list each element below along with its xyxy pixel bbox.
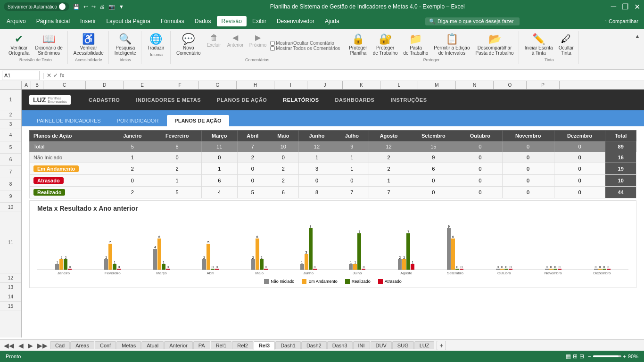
at-fev[interactable]: 1 (153, 175, 201, 187)
total-jul[interactable]: 9 (335, 141, 369, 152)
label-atrasado[interactable]: Atrasado (30, 175, 112, 187)
re-dez[interactable]: 0 (554, 187, 605, 198)
total-set[interactable]: 15 (409, 141, 458, 152)
autosave-toggle[interactable]: Salvamento Automático (4, 2, 69, 11)
restore-button[interactable]: ❐ (622, 2, 628, 11)
menu-desenvolvedor[interactable]: Desenvolvedor (272, 16, 319, 26)
ni-out[interactable]: 0 (458, 152, 502, 163)
close-button[interactable]: ✕ (634, 2, 640, 11)
col-header-o[interactable]: O (494, 81, 527, 89)
ea-jun[interactable]: 3 (298, 163, 335, 175)
re-set[interactable]: 0 (409, 187, 458, 198)
at-dez[interactable]: 0 (554, 175, 605, 187)
row-num-2[interactable]: 2 (0, 110, 21, 120)
ocultar-tinta-button[interactable]: 🖊 OcultarTinta (557, 33, 576, 57)
ni-mar[interactable]: 0 (201, 152, 237, 163)
row-num-14[interactable]: 14 (0, 292, 21, 302)
formula-input[interactable] (66, 72, 642, 79)
row-num-6[interactable]: 6 (0, 154, 21, 166)
ea-abr[interactable]: 0 (237, 163, 268, 175)
proximo-button[interactable]: ▶ Próximo (248, 33, 269, 57)
sheet-atual[interactable]: Atual (141, 341, 164, 349)
proteger-pasta-button[interactable]: 🔐 Protegerde Trabalho (371, 33, 400, 57)
re-jul[interactable]: 7 (335, 187, 369, 198)
col-header-k[interactable]: K (343, 81, 380, 89)
sheet-dash2[interactable]: Dash2 (301, 341, 327, 349)
at-jun[interactable]: 0 (298, 175, 335, 187)
re-fev[interactable]: 5 (153, 187, 201, 198)
row-num-15[interactable]: 15 (0, 302, 21, 311)
at-set[interactable]: 0 (409, 175, 458, 187)
mostrar-ocultar-check[interactable]: Mostrar/Ocultar Comentário (270, 41, 340, 46)
ni-total[interactable]: 16 (605, 152, 636, 163)
re-jan[interactable]: 2 (112, 187, 153, 198)
row-num-8[interactable]: 8 (0, 178, 21, 190)
row-num-12[interactable]: 12 (0, 273, 21, 283)
verificar-ortografia-button[interactable]: ✔ VerificarOrtografia (7, 33, 31, 57)
col-header-j[interactable]: J (307, 81, 343, 89)
total-fev[interactable]: 8 (153, 141, 201, 152)
ea-mai[interactable]: 2 (268, 163, 298, 175)
camera-icon[interactable]: 📷 (108, 4, 115, 10)
col-header-c[interactable]: C (43, 81, 86, 89)
col-header-b[interactable]: B (31, 81, 43, 89)
label-nao-iniciado[interactable]: Não Iniciado (30, 152, 112, 163)
ea-fev[interactable]: 2 (153, 163, 201, 175)
total-abr[interactable]: 7 (237, 141, 268, 152)
col-header-a[interactable]: A (22, 81, 31, 89)
menu-revisao[interactable]: Revisão (217, 16, 247, 26)
total-dez[interactable]: 0 (554, 141, 605, 152)
sub-nav-painel[interactable]: PAINEL DE INDICADORES (29, 115, 108, 126)
cancel-formula-icon[interactable]: ✕ (47, 72, 51, 79)
at-ago[interactable]: 1 (369, 175, 409, 187)
ni-ago[interactable]: 2 (369, 152, 409, 163)
nav-dashboards[interactable]: DASHBOARDS (328, 93, 382, 107)
menu-arquivo[interactable]: Arquivo (2, 16, 31, 26)
re-out[interactable]: 0 (458, 187, 502, 198)
at-nov[interactable]: 0 (502, 175, 554, 187)
ni-set[interactable]: 9 (409, 152, 458, 163)
col-header-i[interactable]: I (274, 81, 307, 89)
re-total[interactable]: 44 (605, 187, 636, 198)
at-mai[interactable]: 2 (268, 175, 298, 187)
insert-function-icon[interactable]: fx (60, 72, 64, 79)
nav-cadastro[interactable]: CADASTRO (81, 93, 127, 107)
tab-nav-right[interactable]: ▶▶ (35, 342, 50, 349)
confirm-formula-icon[interactable]: ✓ (53, 72, 58, 79)
row-num-7[interactable]: 7 (0, 166, 21, 178)
excluir-button[interactable]: 🗑 Excluir (205, 33, 223, 57)
minimize-button[interactable]: ─ (611, 2, 616, 11)
total-total[interactable]: 89 (605, 141, 636, 152)
nav-planos-acao[interactable]: PLANOS DE AÇÃO (209, 93, 274, 107)
share-button[interactable]: ↑ Compartilhar (601, 18, 642, 24)
menu-inserir[interactable]: Inserir (75, 16, 100, 26)
ea-ago[interactable]: 2 (369, 163, 409, 175)
re-mai[interactable]: 6 (268, 187, 298, 198)
at-total[interactable]: 10 (605, 175, 636, 187)
verificar-acessibilidade-button[interactable]: ♿ VerificarAcessibilidade (72, 33, 106, 57)
col-header-e[interactable]: E (124, 81, 161, 89)
re-jun[interactable]: 8 (298, 187, 335, 198)
col-header-h[interactable]: H (237, 81, 274, 89)
tab-nav-left[interactable]: ◀◀ (2, 342, 16, 349)
col-header-p[interactable]: P (527, 81, 560, 89)
nav-instrucoes[interactable]: INSTRUÇÕES (383, 93, 434, 107)
row-num-4[interactable]: 4 (0, 129, 21, 141)
ea-out[interactable]: 0 (458, 163, 502, 175)
print-icon[interactable]: 🖨 (99, 4, 105, 9)
normal-view-icon[interactable]: ▦ (566, 353, 571, 360)
redo-icon[interactable]: ↪ (91, 4, 96, 10)
row-num-3[interactable]: 3 (0, 120, 21, 129)
col-header-d[interactable]: D (86, 81, 124, 89)
ea-set[interactable]: 6 (409, 163, 458, 175)
menu-dados[interactable]: Dados (190, 16, 216, 26)
dicionario-button[interactable]: 📖 Dicionário deSinônimos (33, 33, 64, 57)
label-realizado[interactable]: Realizado (30, 187, 112, 198)
ni-fev[interactable]: 0 (153, 152, 201, 163)
row-num-10[interactable]: 10 (0, 203, 21, 212)
ni-nov[interactable]: 0 (502, 152, 554, 163)
re-abr[interactable]: 5 (237, 187, 268, 198)
zoom-slider[interactable] (593, 355, 621, 357)
sheet-dash3[interactable]: Dash3 (327, 341, 353, 349)
save-icon[interactable]: 💾 (73, 4, 80, 10)
